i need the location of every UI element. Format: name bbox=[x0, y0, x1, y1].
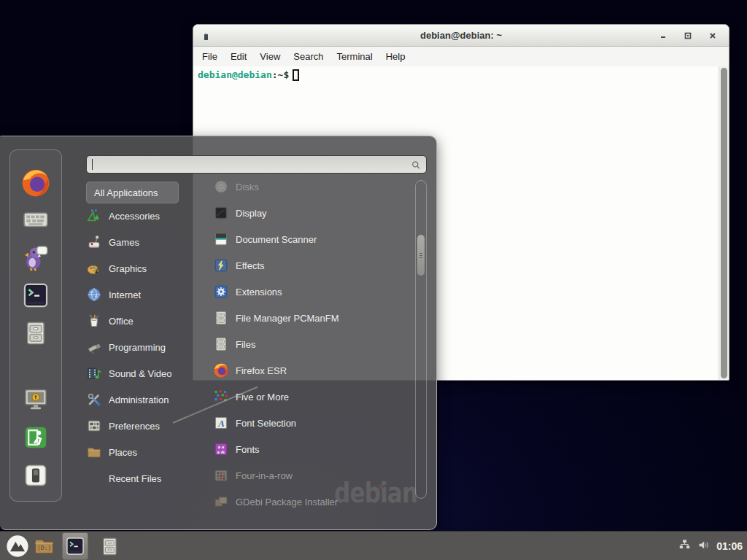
file-cabinet-icon bbox=[213, 310, 229, 326]
svg-text:a &: a & bbox=[217, 449, 225, 454]
prompt-user-host: debian@debian bbox=[198, 69, 272, 82]
app-item-gdebi-package-installer: GDebi Package Installer bbox=[213, 489, 414, 515]
favorite-pidgin[interactable] bbox=[22, 244, 50, 274]
menubar-item-terminal[interactable]: Terminal bbox=[336, 50, 374, 63]
gdebi-icon bbox=[213, 494, 229, 510]
preferences-icon bbox=[86, 418, 102, 434]
category-graphics[interactable]: Graphics bbox=[86, 255, 196, 281]
category-games[interactable]: Games bbox=[86, 229, 196, 255]
terminal-window-icon bbox=[203, 31, 210, 44]
office-icon bbox=[86, 313, 102, 329]
disks-icon bbox=[213, 179, 229, 195]
font-selection-icon: A bbox=[213, 415, 229, 431]
app-item-disks: Disks bbox=[213, 174, 414, 200]
session-shut-down[interactable] bbox=[22, 462, 50, 492]
terminal-titlebar[interactable]: debian@debian: ~ bbox=[193, 25, 729, 47]
volume-icon[interactable] bbox=[697, 539, 710, 554]
category-accessories[interactable]: Accessories bbox=[86, 203, 196, 229]
favorite-keyboard[interactable] bbox=[22, 206, 50, 236]
app-item-display[interactable]: Display bbox=[213, 200, 414, 226]
category-office[interactable]: Office bbox=[86, 308, 196, 334]
accessories-icon bbox=[86, 208, 102, 224]
category-all-applications[interactable]: All Applications bbox=[86, 182, 179, 203]
category-recent-files[interactable]: Recent Files bbox=[86, 465, 196, 491]
app-item-four-in-a-row: Four-in-a-row bbox=[213, 462, 414, 489]
programming-icon bbox=[86, 339, 102, 355]
games-icon bbox=[86, 234, 102, 250]
text-caret bbox=[92, 159, 93, 170]
app-item-extensions[interactable]: Extensions bbox=[213, 279, 414, 305]
close-button[interactable] bbox=[708, 31, 717, 40]
places-icon bbox=[86, 444, 102, 460]
apps-scrollbar-thumb[interactable] bbox=[417, 235, 425, 276]
session-log-out[interactable] bbox=[22, 424, 50, 454]
terminal-prompt-line: debian@debian:~$ bbox=[198, 69, 724, 82]
menubar-item-edit[interactable]: Edit bbox=[229, 50, 248, 63]
app-item-document-scanner[interactable]: Document Scanner bbox=[213, 226, 414, 252]
category-preferences[interactable]: Preferences bbox=[86, 413, 196, 439]
search-input[interactable] bbox=[86, 155, 427, 174]
app-item-files[interactable]: Files bbox=[213, 331, 414, 357]
application-menu-panel: All Applications AccessoriesGamesGraphic… bbox=[0, 136, 437, 530]
favorites-sidebar bbox=[9, 149, 62, 502]
four-in-a-row-icon bbox=[213, 467, 229, 483]
fonts-icon: a aa & bbox=[213, 441, 229, 457]
favorite-terminal[interactable] bbox=[22, 281, 50, 312]
app-item-firefox-esr[interactable]: Firefox ESR bbox=[213, 357, 414, 384]
window-controls bbox=[659, 25, 717, 47]
firefox-icon bbox=[213, 362, 229, 378]
system-tray: 01:06 bbox=[678, 532, 743, 560]
menubar-item-search[interactable]: Search bbox=[292, 50, 325, 63]
effects-icon bbox=[213, 257, 229, 273]
taskbar-terminal-window-button[interactable] bbox=[62, 532, 88, 560]
apps-scrollbar-track[interactable] bbox=[415, 180, 427, 499]
svg-text:A: A bbox=[217, 419, 225, 429]
maximize-button[interactable] bbox=[684, 31, 692, 40]
taskbar: [D:] 01:06 bbox=[0, 531, 747, 560]
extensions-icon bbox=[213, 284, 229, 300]
file-cabinet-icon bbox=[213, 336, 229, 352]
window-title: debian@debian: ~ bbox=[420, 30, 502, 41]
app-item-effects[interactable]: Effects bbox=[213, 252, 414, 279]
display-icon bbox=[213, 205, 229, 221]
favorite-file-manager[interactable] bbox=[22, 319, 50, 350]
search-icon bbox=[411, 160, 422, 174]
category-internet[interactable]: Internet bbox=[86, 281, 196, 308]
terminal-cursor bbox=[293, 69, 299, 81]
favorite-firefox[interactable] bbox=[20, 168, 51, 201]
menubar-item-help[interactable]: Help bbox=[384, 50, 407, 63]
svg-text:[D:]: [D:] bbox=[37, 545, 51, 551]
category-sound-video[interactable]: Sound & Video bbox=[86, 360, 196, 386]
category-places[interactable]: Places bbox=[86, 439, 196, 465]
app-item-file-manager-pcmanfm[interactable]: File Manager PCManFM bbox=[213, 305, 414, 331]
taskbar-menu-button[interactable] bbox=[6, 534, 29, 560]
taskbar-file-manager-launcher[interactable]: [D:] bbox=[34, 536, 55, 560]
menubar-item-view[interactable]: View bbox=[258, 50, 282, 63]
minimize-button[interactable] bbox=[659, 31, 667, 40]
app-item-fonts[interactable]: a aa &Fonts bbox=[213, 436, 414, 462]
session-lock-screen[interactable] bbox=[22, 386, 50, 416]
app-item-font-selection[interactable]: AFont Selection bbox=[213, 410, 414, 436]
terminal-scrollbar[interactable] bbox=[719, 66, 729, 380]
menubar-item-file[interactable]: File bbox=[201, 50, 219, 63]
clock[interactable]: 01:06 bbox=[716, 540, 743, 552]
graphics-icon bbox=[86, 260, 102, 276]
app-item-five-or-more[interactable]: Five or More bbox=[213, 384, 414, 410]
category-programming[interactable]: Programming bbox=[86, 334, 196, 360]
taskbar-file-cabinet-launcher[interactable] bbox=[99, 536, 120, 560]
administration-icon bbox=[86, 392, 102, 408]
prompt-suffix: :~$ bbox=[272, 69, 289, 82]
internet-icon bbox=[86, 287, 102, 303]
terminal-scrollbar-thumb[interactable] bbox=[721, 68, 727, 378]
terminal-menubar: FileEditViewSearchTerminalHelp bbox=[193, 47, 729, 66]
svg-text:a a: a a bbox=[218, 444, 225, 449]
document-scanner-icon bbox=[213, 231, 229, 247]
sound-video-icon bbox=[86, 365, 102, 381]
network-icon[interactable] bbox=[678, 539, 691, 554]
category-administration[interactable]: Administration bbox=[86, 386, 196, 413]
